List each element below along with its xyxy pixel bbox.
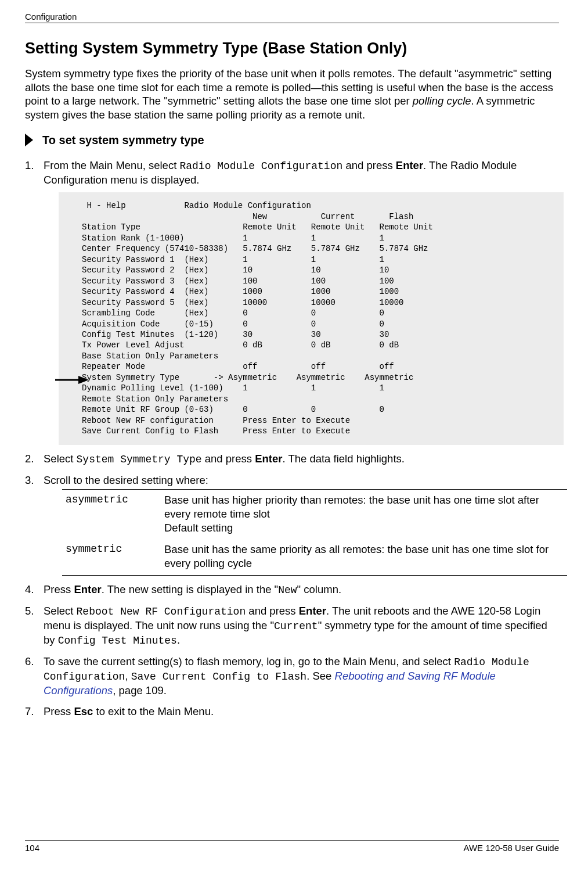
- terminal-line: Save Current Config to Flash Press Enter…: [82, 426, 552, 436]
- terminal-line: Station Rank (1-1000) 1 1 1: [82, 233, 552, 243]
- intro-emphasis: polling cycle: [413, 95, 471, 107]
- intro-paragraph: System symmetry type fixes the priority …: [25, 67, 559, 122]
- step-5-text-b: and press: [246, 605, 299, 617]
- terminal-line: Acquisition Code (0-15) 0 0 0: [82, 319, 552, 329]
- svg-marker-2: [78, 376, 89, 384]
- step-5: Select Reboot New RF Configuration and p…: [25, 604, 559, 648]
- running-head: Configuration: [25, 12, 559, 21]
- step-3: Scroll to the desired setting where: asy…: [25, 473, 559, 576]
- terminal-line: Security Password 5 (Hex) 10000 10000 10…: [82, 297, 552, 308]
- step-5-code2: Config Test Minutes: [58, 635, 177, 647]
- step-4-enter: Enter: [74, 583, 101, 595]
- terminal-line: Repeater Mode off off off: [82, 361, 552, 372]
- step-6-text-a: To save the current setting(s) to flash …: [44, 655, 454, 667]
- options-table: asymmetric Base unit has higher priority…: [62, 489, 567, 575]
- step-4-text-c: " column.: [297, 583, 341, 595]
- callout-arrow-icon: [55, 374, 89, 382]
- option-row-symmetric: symmetric Base unit has the same priorit…: [62, 539, 567, 575]
- step-6: To save the current setting(s) to flash …: [25, 655, 559, 698]
- terminal-wrap: H - Help Radio Module Configuration New …: [59, 192, 559, 444]
- terminal-line: H - Help Radio Module Configuration: [82, 200, 552, 211]
- option-desc-symmetric: Base unit has the same priority as all r…: [164, 539, 567, 575]
- step-2-code: System Symmetry Type: [77, 454, 202, 465]
- step-4-text-a: Press: [44, 583, 74, 595]
- option-desc-asymmetric: Base unit has higher priority than remot…: [164, 490, 567, 540]
- header-rule: [25, 23, 559, 23]
- terminal-line: Base Station Only Parameters: [82, 351, 552, 361]
- step-6-text-c: . See: [306, 670, 334, 682]
- step-1-code: Radio Module Configuration: [179, 160, 342, 172]
- terminal-line: System Symmetry Type -> Asymmetric Asymm…: [82, 372, 552, 383]
- terminal-line: Remote Unit RF Group (0-63) 0 0 0: [82, 404, 552, 415]
- step-3-text: Scroll to the desired setting where:: [44, 474, 208, 486]
- procedure-heading: To set system symmetry type: [25, 134, 559, 147]
- option-key-asymmetric: asymmetric: [62, 490, 164, 540]
- terminal-line: Security Password 4 (Hex) 1000 1000 1000: [82, 286, 552, 297]
- step-7-esc: Esc: [74, 705, 93, 717]
- step-5-text-a: Select: [44, 605, 77, 617]
- step-7-text-b: to exit to the Main Menu.: [93, 705, 214, 717]
- terminal-line: Dynamic Polling Level (1-100) 1 1 1: [82, 383, 552, 393]
- step-5-enter: Enter: [299, 605, 326, 617]
- page-footer: 104 AWE 120-58 User Guide: [25, 840, 559, 853]
- guide-name: AWE 120-58 User Guide: [463, 843, 559, 853]
- option-asym-line1: Base unit has higher priority than remot…: [164, 493, 561, 520]
- option-key-symmetric: symmetric: [62, 539, 164, 575]
- page-title: Setting System Symmetry Type (Base Stati…: [25, 40, 559, 58]
- terminal-line: Remote Station Only Parameters: [82, 394, 552, 404]
- step-5-text-e: .: [177, 634, 180, 646]
- terminal-line: Center Frequency (57410-58338) 5.7874 GH…: [82, 243, 552, 254]
- step-2-text-b: and press: [202, 453, 255, 465]
- step-6-text-d: , page 109.: [113, 684, 167, 696]
- step-4-new: New: [278, 584, 297, 596]
- page-number: 104: [25, 843, 39, 853]
- step-7-text-a: Press: [44, 705, 74, 717]
- svg-marker-0: [25, 134, 33, 146]
- option-asym-line2: Default setting: [164, 521, 561, 535]
- step-1-enter: Enter: [396, 159, 423, 171]
- option-row-asymmetric: asymmetric Base unit has higher priority…: [62, 490, 567, 540]
- step-7: Press Esc to exit to the Main Menu.: [25, 705, 559, 719]
- terminal-line: Reboot New RF configuration Press Enter …: [82, 415, 552, 426]
- procedure-heading-label: To set system symmetry type: [42, 134, 204, 147]
- step-5-current: Current: [274, 620, 318, 632]
- step-6-code2: Save Current Config to Flash: [131, 671, 306, 683]
- terminal-line: New Current Flash: [82, 211, 552, 222]
- step-1: From the Main Menu, select Radio Module …: [25, 159, 559, 445]
- terminal-line: Security Password 3 (Hex) 100 100 100: [82, 276, 552, 286]
- terminal-line: Scrambling Code (Hex) 0 0 0: [82, 308, 552, 318]
- step-2-text-c: . The data field highlights.: [282, 453, 405, 465]
- step-2-enter: Enter: [255, 453, 282, 465]
- step-4: Press Enter. The new setting is displaye…: [25, 583, 559, 597]
- terminal-line: Security Password 1 (Hex) 1 1 1: [82, 254, 552, 265]
- terminal-line: Config Test Minutes (1-120) 30 30 30: [82, 329, 552, 340]
- step-5-code1: Reboot New RF Configuration: [77, 606, 246, 617]
- step-6-text-b: ,: [125, 670, 131, 682]
- terminal-output: H - Help Radio Module Configuration New …: [59, 192, 564, 444]
- terminal-line: Security Password 2 (Hex) 10 10 10: [82, 265, 552, 275]
- step-4-text-b: . The new setting is displayed in the ": [102, 583, 278, 595]
- terminal-line: Tx Power Level Adjust 0 dB 0 dB 0 dB: [82, 340, 552, 350]
- step-1-text-a: From the Main Menu, select: [44, 159, 179, 171]
- step-2: Select System Symmetry Type and press En…: [25, 452, 559, 466]
- procedure-arrow-icon: [25, 134, 37, 146]
- step-1-text-b: and press: [342, 159, 396, 171]
- step-2-text-a: Select: [44, 453, 77, 465]
- terminal-line: Station Type Remote Unit Remote Unit Rem…: [82, 222, 552, 232]
